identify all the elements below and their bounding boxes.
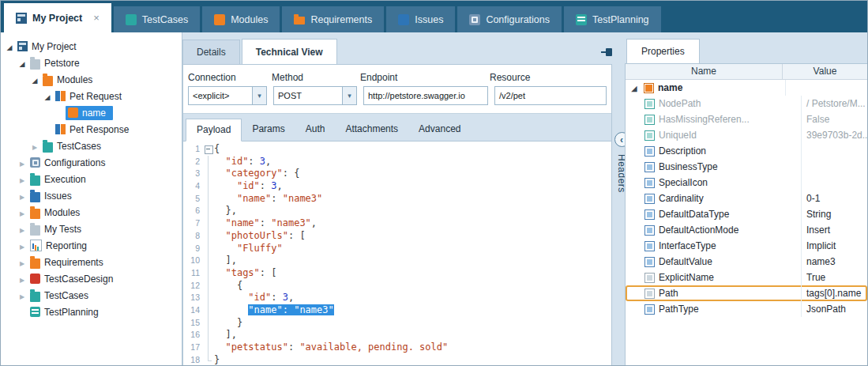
property-value[interactable]: String [802,206,867,222]
subtab-params[interactable]: Params [242,119,295,141]
property-root-row[interactable]: name [626,80,867,96]
property-value[interactable] [802,159,867,175]
close-tab-icon[interactable]: × [93,12,100,24]
expand-node-icon[interactable] [17,174,28,185]
editor-line[interactable]: 15 } [183,317,611,330]
property-value[interactable]: JsonPath [802,301,867,317]
expand-node-icon[interactable] [17,274,28,285]
property-value[interactable]: / Petstore/M... [802,96,867,111]
top-tab-requirements[interactable]: Requirements [282,6,384,32]
tree-item-my-tests[interactable]: My Tests [1,221,182,237]
editor-line[interactable]: 17 "petstatus": "available, pending. sol… [183,341,611,354]
editor-line[interactable]: 4 "id": 3, [183,180,611,193]
property-value[interactable]: name3 [802,254,867,270]
property-value[interactable] [802,143,867,159]
property-value[interactable]: tags[0].name [802,285,867,301]
property-value[interactable]: 39e9703b-2d... [802,127,867,143]
expand-node-icon[interactable] [17,257,28,268]
payload-editor[interactable]: 1{2 "id": 3,3 "category": {4 "id": 3,5 "… [183,141,611,366]
editor-line[interactable]: 13 "id": 3, [183,292,611,304]
property-row-hasmissingreferen-[interactable]: HasMissingReferen...False [626,111,867,127]
property-row-description[interactable]: Description [626,143,867,159]
expand-node-icon[interactable] [17,224,28,235]
expand-node-icon[interactable] [17,157,28,168]
expand-node-icon[interactable] [17,191,28,202]
editor-line[interactable]: 12 { [183,280,611,292]
top-tab-modules[interactable]: Modules [202,6,280,32]
property-row-interfacetype[interactable]: InterfaceTypeImplicit [626,238,867,254]
property-row-defaultdatatype[interactable]: DefaultDataTypeString [626,206,867,222]
fold-marker[interactable] [202,143,214,156]
tab-properties[interactable]: Properties [626,39,700,63]
collapse-node-icon[interactable] [17,58,28,69]
collapse-node-icon[interactable] [629,82,640,93]
top-tab-my-project[interactable]: My Project× [4,3,111,32]
chevron-down-icon[interactable]: ▾ [342,87,356,104]
top-tab-testcases[interactable]: TestCases [114,6,200,32]
editor-line[interactable]: 6 }, [183,205,611,217]
property-value[interactable]: False [802,111,867,127]
editor-line[interactable]: 1{ [183,143,611,156]
editor-line[interactable]: 11 "tags": [ [183,267,611,280]
property-value[interactable]: Insert [802,222,867,238]
top-tab-issues[interactable]: Issues [386,6,455,32]
editor-line[interactable]: 8 "photoUrls": [ [183,230,611,243]
tree-item-testcases[interactable]: TestCases [1,287,182,304]
editor-line[interactable]: 2 "id": 3, [183,156,611,168]
subtab-attachments[interactable]: Attachments [335,119,408,141]
property-value[interactable]: Implicit [802,238,867,254]
column-header-name[interactable]: Name [626,64,783,79]
column-header-value[interactable]: Value [783,64,867,79]
collapse-node-icon[interactable] [42,91,53,102]
tree-item-reporting[interactable]: Reporting [1,237,182,254]
editor-line[interactable]: 18} [183,354,611,366]
property-row-defaultvalue[interactable]: DefaultValuename3 [626,254,867,270]
property-row-businesstype[interactable]: BusinessType [626,159,867,175]
expand-node-icon[interactable] [17,290,28,301]
tree-item-requirements[interactable]: Requirements [1,254,182,270]
tree-item-modules[interactable]: Modules [1,204,182,221]
property-row-specialicon[interactable]: SpecialIcon [626,175,867,191]
property-row-cardinality[interactable]: Cardinality0-1 [626,191,867,206]
property-row-explicitname[interactable]: ExplicitNameTrue [626,270,867,285]
tree-item-my-project[interactable]: My Project [1,38,182,55]
editor-line[interactable]: 5 "name": "name3" [183,193,611,206]
property-row-defaultactionmode[interactable]: DefaultActionModeInsert [626,222,867,238]
subtab-auth[interactable]: Auth [295,119,336,141]
tree-item-testcases[interactable]: TestCases [1,138,182,154]
property-value[interactable]: True [802,270,867,285]
editor-line[interactable]: 10 ], [183,255,611,267]
chevron-down-icon[interactable]: ▾ [252,87,266,104]
tree-item-testcasedesign[interactable]: TestCaseDesign [1,270,182,287]
property-row-pathtype[interactable]: PathTypeJsonPath [626,301,867,317]
property-row-path[interactable]: Pathtags[0].name [626,285,867,301]
tree-item-configurations[interactable]: Configurations [1,154,182,171]
expand-node-icon[interactable] [29,141,40,152]
tree-item-execution[interactable]: Execution [1,171,182,187]
subtab-advanced[interactable]: Advanced [408,119,471,141]
property-value[interactable]: 0-1 [802,191,867,206]
tree-item-modules[interactable]: Modules [1,71,182,88]
endpoint-input[interactable]: http://petstore.swagger.io [363,86,488,105]
editor-line[interactable]: 16 ], [183,329,611,341]
collapse-node-icon[interactable] [4,41,15,52]
editor-line[interactable]: 7 "name": "name3", [183,217,611,230]
property-row-uniqueid[interactable]: UniqueId39e9703b-2d... [626,127,867,143]
tree-item-pet-request[interactable]: Pet Request [1,88,182,104]
tab-technical-view[interactable]: Technical View [242,39,337,64]
collapse-node-icon[interactable] [29,74,40,85]
subtab-payload[interactable]: Payload [186,119,242,141]
editor-line[interactable]: 9 "Fluffy" [183,243,611,255]
tree-item-pet-response[interactable]: Pet Response [1,121,182,138]
tree-item-petstore[interactable]: Petstore [1,55,182,71]
editor-line[interactable]: 3 "category": { [183,168,611,180]
editor-line[interactable]: 14 "name": "name3" [183,304,611,317]
tree-item-testplanning[interactable]: TestPlanning [1,304,182,320]
resource-input[interactable]: /v2/pet [494,86,607,105]
top-tab-configurations[interactable]: Configurations [457,6,562,32]
connection-select[interactable]: <explicit>▾ [188,86,267,105]
expand-node-icon[interactable] [17,207,28,218]
collapse-region-icon[interactable] [205,145,213,154]
top-tab-testplanning[interactable]: TestPlanning [564,6,661,32]
property-row-nodepath[interactable]: NodePath/ Petstore/M... [626,96,867,111]
